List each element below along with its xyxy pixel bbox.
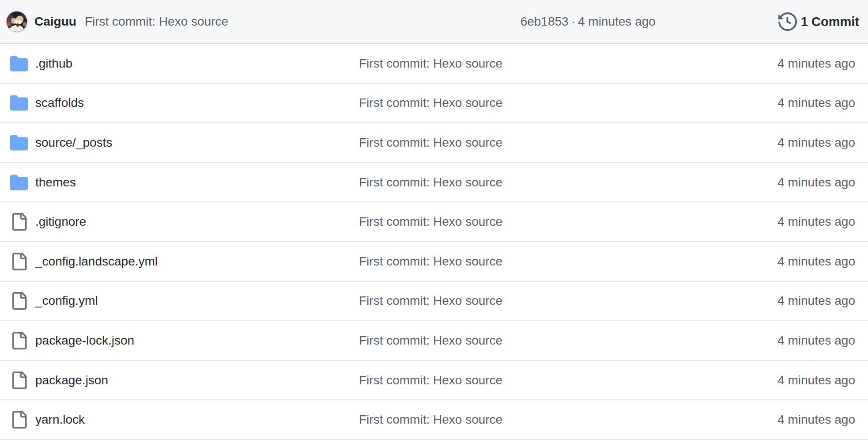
file-icon [10, 372, 28, 389]
commit-author-link[interactable]: Caiguu [34, 15, 76, 29]
file-name-link[interactable]: scaffolds [35, 96, 84, 110]
file-icon [10, 213, 28, 231]
file-age: 4 minutes ago [749, 334, 855, 348]
folder-icon [10, 55, 28, 72]
file-type-cell [10, 253, 28, 270]
file-name-link[interactable]: _config.yml [35, 294, 98, 307]
file-row: _config.landscape.yml First commit: Hexo… [0, 242, 868, 282]
file-icon [10, 292, 28, 310]
file-name-link[interactable]: yarn.lock [35, 413, 85, 426]
file-name-link[interactable]: _config.landscape.yml [35, 254, 158, 268]
file-name-cell: package.json [35, 373, 359, 387]
latest-commit-bar: Caiguu First commit: Hexo source 6eb1853… [0, 0, 868, 44]
file-name-cell: package-lock.json [35, 334, 359, 348]
file-row: yarn.lock First commit: Hexo source 4 mi… [0, 400, 868, 440]
latest-commit-meta: 6eb1853·4 minutes ago [521, 15, 656, 29]
row-commit-message-link[interactable]: First commit: Hexo source [359, 294, 749, 308]
file-type-cell [10, 55, 28, 72]
file-list: .github First commit: Hexo source 4 minu… [0, 44, 868, 440]
file-age: 4 minutes ago [749, 373, 855, 387]
file-row: _config.yml First commit: Hexo source 4 … [0, 282, 868, 322]
file-type-cell [10, 411, 28, 429]
file-icon [10, 411, 28, 429]
file-name-link[interactable]: package.json [35, 373, 108, 387]
file-row: source/_posts First commit: Hexo source … [0, 123, 868, 163]
folder-icon [10, 174, 28, 191]
file-type-cell [10, 372, 28, 389]
file-row: .github First commit: Hexo source 4 minu… [0, 44, 868, 84]
file-name-link[interactable]: package-lock.json [35, 334, 134, 347]
file-name-cell: .gitignore [35, 215, 359, 229]
file-row: package-lock.json First commit: Hexo sou… [0, 321, 868, 361]
file-age: 4 minutes ago [749, 413, 855, 427]
file-age: 4 minutes ago [749, 294, 855, 308]
file-row: themes First commit: Hexo source 4 minut… [0, 163, 868, 203]
folder-icon [10, 94, 28, 112]
file-age: 4 minutes ago [749, 57, 855, 71]
row-commit-message-link[interactable]: First commit: Hexo source [359, 215, 749, 229]
file-type-cell [10, 134, 28, 152]
file-name-cell: themes [35, 175, 359, 190]
file-row: .gitignore First commit: Hexo source 4 m… [0, 202, 868, 242]
row-commit-message-link[interactable]: First commit: Hexo source [359, 175, 749, 190]
commits-count-label: 1 Commit [801, 15, 859, 29]
sha-time-separator: · [569, 15, 578, 28]
history-icon [778, 12, 797, 31]
avatar-image [7, 11, 27, 32]
file-icon [10, 253, 28, 270]
file-type-cell [10, 213, 28, 231]
file-name-cell: scaffolds [35, 96, 359, 110]
row-commit-message-link[interactable]: First commit: Hexo source [359, 254, 749, 269]
file-type-cell [10, 332, 28, 349]
file-name-cell: .github [35, 57, 359, 71]
file-type-cell [10, 292, 28, 310]
row-commit-message-link[interactable]: First commit: Hexo source [359, 334, 749, 348]
row-commit-message-link[interactable]: First commit: Hexo source [359, 136, 749, 150]
row-commit-message-link[interactable]: First commit: Hexo source [359, 373, 749, 387]
file-type-cell [10, 174, 28, 191]
author-avatar[interactable] [7, 11, 27, 32]
file-name-cell: _config.landscape.yml [35, 254, 359, 269]
file-icon [10, 332, 28, 349]
file-type-cell [10, 94, 28, 112]
file-age: 4 minutes ago [749, 136, 855, 150]
repository-file-browser: Caiguu First commit: Hexo source 6eb1853… [0, 0, 868, 440]
file-name-link[interactable]: .gitignore [35, 215, 86, 228]
folder-icon [10, 134, 28, 152]
commit-sha-link[interactable]: 6eb1853 [521, 15, 569, 28]
row-commit-message-link[interactable]: First commit: Hexo source [359, 57, 749, 71]
file-name-link[interactable]: .github [35, 57, 72, 70]
file-age: 4 minutes ago [749, 215, 855, 229]
file-row: scaffolds First commit: Hexo source 4 mi… [0, 84, 868, 124]
commit-message-link[interactable]: First commit: Hexo source [85, 15, 228, 29]
file-name-cell: source/_posts [35, 136, 359, 150]
file-name-cell: _config.yml [35, 294, 359, 308]
file-age: 4 minutes ago [749, 96, 855, 110]
file-name-link[interactable]: source/_posts [35, 136, 112, 149]
row-commit-message-link[interactable]: First commit: Hexo source [359, 96, 749, 110]
file-age: 4 minutes ago [749, 175, 855, 190]
file-row: package.json First commit: Hexo source 4… [0, 361, 868, 401]
commit-time: 4 minutes ago [578, 15, 656, 28]
file-name-link[interactable]: themes [35, 175, 76, 189]
row-commit-message-link[interactable]: First commit: Hexo source [359, 413, 749, 427]
file-age: 4 minutes ago [749, 254, 855, 269]
commits-history-link[interactable]: 1 Commit [778, 12, 859, 31]
file-name-cell: yarn.lock [35, 413, 359, 427]
